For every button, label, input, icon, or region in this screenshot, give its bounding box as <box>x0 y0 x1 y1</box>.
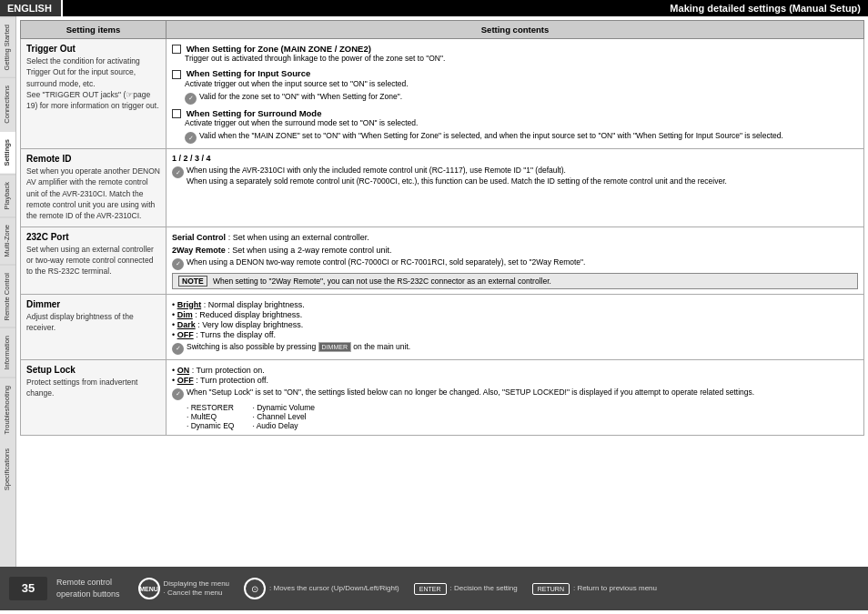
setup-lock-off-label: OFF <box>177 376 194 385</box>
serial-control-row: Serial Control : Set when using an exter… <box>172 232 858 242</box>
footer-controls: MENU Displaying the menu· Cancel the men… <box>138 578 657 599</box>
sidebar-item-specifications[interactable]: Specifications <box>0 441 15 498</box>
item-body-trigger-out: Select the condition for activating Trig… <box>26 55 160 112</box>
tip-icon-2: ✓ <box>185 132 197 144</box>
checkbox-zone <box>172 45 181 54</box>
footer-label: Remote control operation buttons <box>56 577 120 599</box>
setup-lock-tip: ✓ When "Setup Lock" is set to "ON", the … <box>172 388 858 400</box>
table-row: Dimmer Adjust display brightness of the … <box>21 294 864 359</box>
setup-lock-item3: · Dynamic EQ <box>187 421 234 430</box>
trigger-zone-heading: When Setting for Zone (MAIN ZONE / ZONE2… <box>187 44 371 54</box>
dimmer-tip-text: Switching is also possible by pressing D… <box>187 342 410 353</box>
item-title-remote-id: Remote ID <box>26 154 160 164</box>
dimmer-button-icon: DIMMER <box>318 342 351 352</box>
item-title-setup-lock: Setup Lock <box>26 365 160 375</box>
setup-lock-item6: · Audio Delay <box>252 421 315 430</box>
trigger-surround-tip: ✓ Valid when the "MAIN ZONE" set to "ON"… <box>185 131 858 144</box>
sidebar-item-remote-control[interactable]: Remote Control <box>0 265 15 328</box>
footer-ctrl-cursor: ⊙ : Moves the cursor (Up/Down/Left/Right… <box>244 578 399 599</box>
trigger-input-section: When Setting for Input Source Activate t… <box>172 68 858 104</box>
item-body-remote-id: Set when you operate another DENON AV am… <box>26 166 160 222</box>
tip-icon-3: ✓ <box>172 166 184 178</box>
cursor-icon: ⊙ <box>244 578 266 599</box>
table-row: 232C Port Set when using an external con… <box>21 226 864 294</box>
sidebar-item-multizone[interactable]: Multi-Zone <box>0 216 15 264</box>
serial-control-desc: : Set when using an external controller. <box>228 233 369 242</box>
sidebar-item-getting-started[interactable]: Getting Started <box>0 16 15 77</box>
item-title-trigger-out: Trigger Out <box>26 44 160 54</box>
lang-tab: ENGLISH <box>0 0 63 16</box>
return-desc: : Return to previous menu <box>573 584 657 593</box>
footer-ctrl-return: RETURN : Return to previous menu <box>532 583 657 595</box>
footer-page: 35 <box>9 577 47 601</box>
trigger-zone-desc: Trigger out is activated through linkage… <box>185 54 858 65</box>
menu-desc: Displaying the menu· Cancel the menu <box>164 579 229 599</box>
trigger-surround-desc: Activate trigger out when the surround m… <box>185 118 858 129</box>
tip-text: Valid for the zone set to "ON" with "Whe… <box>199 92 402 103</box>
dimmer-bright: • Bright : Normal display brightness. <box>172 300 858 309</box>
serial-control-label: Serial Control <box>172 233 226 242</box>
setup-lock-item2: · MultEQ <box>187 412 234 421</box>
col-contents-header: Setting contents <box>167 21 864 39</box>
item-body-setup-lock: Protect settings from inadvertent change… <box>26 377 160 399</box>
tip-icon-6: ✓ <box>172 388 184 400</box>
setup-lock-on: • ON : Turn protection on. <box>172 366 858 375</box>
setup-lock-list: · RESTORER · MultEQ · Dynamic EQ · Dynam… <box>187 403 858 430</box>
item-title-dimmer: Dimmer <box>26 299 160 309</box>
sidebar-item-connections[interactable]: Connections <box>0 77 15 131</box>
footer-label2: operation buttons <box>56 589 120 600</box>
remote-id-content: ✓ When using the AVR-2310CI with only th… <box>172 166 858 187</box>
col-items-header: Setting items <box>21 21 167 39</box>
232c-tip-text: When using a DENON two-way remote contro… <box>187 257 585 268</box>
item-title-232c: 232C Port <box>26 232 160 242</box>
tip-text-2: Valid when the "MAIN ZONE" set to "ON" w… <box>199 131 783 142</box>
2way-remote-desc: : Set when using a 2-way remote control … <box>227 246 391 255</box>
enter-icon: ENTER <box>414 583 447 595</box>
note-label: NOTE <box>178 276 207 287</box>
setup-lock-on-label: ON <box>177 366 190 375</box>
setup-lock-off: • OFF : Turn protection off. <box>172 376 858 385</box>
remote-id-options: 1 / 2 / 3 / 4 <box>172 154 858 163</box>
cursor-desc: : Moves the cursor (Up/Down/Left/Right) <box>269 584 399 593</box>
content-area: Setting items Setting contents Trigger O… <box>16 16 868 567</box>
sidebar-item-settings[interactable]: Settings <box>0 131 15 174</box>
header-title-text: Making detailed settings (Manual Setup) <box>670 3 861 14</box>
footer-label1: Remote control <box>56 577 120 589</box>
trigger-surround-section: When Setting for Surround Mode Activate … <box>172 108 858 144</box>
trigger-input-heading: When Setting for Input Source <box>187 68 311 78</box>
setup-lock-col2: · Dynamic Volume · Channel Level · Audio… <box>252 403 315 430</box>
dimmer-off: • OFF : Turns the display off. <box>172 330 858 339</box>
note-text: When setting to "2Way Remote", you can n… <box>213 277 551 286</box>
footer: 35 Remote control operation buttons MENU… <box>0 567 868 610</box>
dimmer-dark: • Dark : Very low display brightness. <box>172 320 858 329</box>
setup-lock-item4: · Dynamic Volume <box>252 403 315 412</box>
footer-ctrl-menu: MENU Displaying the menu· Cancel the men… <box>138 578 229 599</box>
item-body-232c: Set when using an external controller or… <box>26 244 160 277</box>
tip-icon-5: ✓ <box>172 343 184 355</box>
header-title: ENGLISH Making detailed settings (Manual… <box>0 0 868 16</box>
sidebar-item-troubleshooting[interactable]: Troubleshooting <box>0 377 15 442</box>
table-row: Setup Lock Protect settings from inadver… <box>21 359 864 435</box>
tip-icon: ✓ <box>185 93 197 105</box>
sidebar-item-playback[interactable]: Playback <box>0 174 15 216</box>
dimmer-dim: • Dim : Reduced display brightness. <box>172 310 858 319</box>
table-row: Trigger Out Select the condition for act… <box>21 39 864 149</box>
menu-icon: MENU <box>138 578 160 599</box>
dimmer-tip: ✓ Switching is also possible by pressing… <box>172 342 858 355</box>
setup-lock-item5: · Channel Level <box>252 412 315 421</box>
enter-desc: : Decision the setting <box>450 584 518 593</box>
trigger-zone-section: When Setting for Zone (MAIN ZONE / ZONE2… <box>172 44 858 65</box>
page-number: 35 <box>18 581 38 597</box>
remote-id-desc: When using the AVR-2310CI with only the … <box>187 166 727 187</box>
dimmer-off-label: OFF <box>177 330 194 339</box>
trigger-input-desc: Activate trigger out when the input sour… <box>185 79 858 90</box>
tip-icon-4: ✓ <box>172 258 184 270</box>
note-box: NOTE When setting to "2Way Remote", you … <box>172 273 858 289</box>
sidebar-item-information[interactable]: Information <box>0 327 15 377</box>
settings-table: Setting items Setting contents Trigger O… <box>20 20 864 436</box>
return-icon: RETURN <box>532 583 570 595</box>
dimmer-dark-label: Dark <box>177 320 196 329</box>
dimmer-dim-label: Dim <box>177 310 193 319</box>
trigger-input-tip: ✓ Valid for the zone set to "ON" with "W… <box>185 92 858 105</box>
sidebar: Getting Started Connections Settings Pla… <box>0 16 16 567</box>
